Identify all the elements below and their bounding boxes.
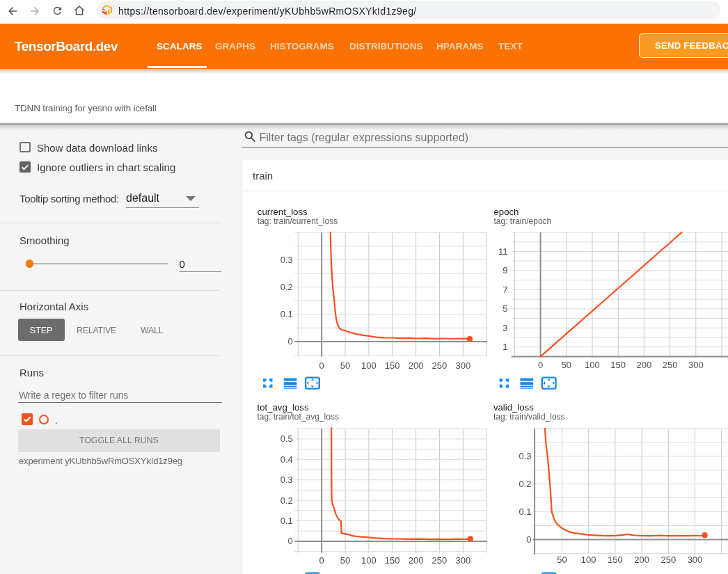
svg-text:0: 0 — [288, 336, 293, 346]
svg-text:200: 200 — [637, 360, 652, 370]
svg-text:0: 0 — [319, 555, 324, 566]
svg-text:250: 250 — [432, 555, 448, 566]
svg-text:0: 0 — [538, 360, 543, 370]
svg-text:200: 200 — [409, 360, 424, 371]
svg-text:150: 150 — [608, 555, 623, 565]
svg-text:9: 9 — [503, 265, 507, 276]
svg-text:300: 300 — [688, 360, 704, 370]
svg-text:0: 0 — [319, 360, 324, 371]
svg-text:3: 3 — [503, 323, 507, 333]
svg-text:0.2: 0.2 — [280, 282, 293, 292]
svg-text:0.5: 0.5 — [280, 433, 293, 444]
svg-text:100: 100 — [361, 555, 377, 566]
svg-text:100: 100 — [581, 555, 596, 565]
svg-text:50: 50 — [340, 555, 350, 566]
svg-text:0.3: 0.3 — [280, 475, 293, 485]
svg-text:250: 250 — [432, 360, 448, 371]
svg-text:0.2: 0.2 — [519, 479, 531, 489]
svg-text:100: 100 — [585, 360, 600, 370]
svg-text:100: 100 — [361, 360, 377, 371]
svg-text:50: 50 — [562, 360, 571, 370]
svg-text:1: 1 — [503, 342, 507, 352]
svg-text:0.4: 0.4 — [280, 454, 293, 465]
svg-text:0.1: 0.1 — [280, 516, 293, 526]
svg-text:200: 200 — [409, 555, 424, 566]
svg-text:7: 7 — [503, 285, 507, 295]
svg-text:300: 300 — [455, 555, 470, 566]
svg-text:0.1: 0.1 — [280, 309, 293, 319]
svg-text:0: 0 — [526, 534, 531, 545]
svg-text:150: 150 — [385, 360, 400, 371]
svg-text:50: 50 — [340, 360, 350, 371]
svg-text:0.3: 0.3 — [519, 451, 531, 461]
svg-text:300: 300 — [688, 555, 703, 565]
svg-text:11: 11 — [498, 246, 508, 257]
svg-text:200: 200 — [634, 555, 649, 565]
svg-text:300: 300 — [455, 360, 470, 371]
svg-text:0.3: 0.3 — [280, 255, 293, 265]
svg-text:150: 150 — [610, 360, 626, 370]
svg-text:0.2: 0.2 — [280, 495, 293, 506]
svg-text:0.1: 0.1 — [519, 507, 531, 517]
svg-text:250: 250 — [663, 360, 678, 370]
svg-text:150: 150 — [385, 555, 400, 566]
svg-text:50: 50 — [557, 555, 567, 565]
svg-text:250: 250 — [660, 555, 676, 565]
svg-text:5: 5 — [503, 303, 507, 314]
svg-text:0: 0 — [288, 536, 293, 546]
